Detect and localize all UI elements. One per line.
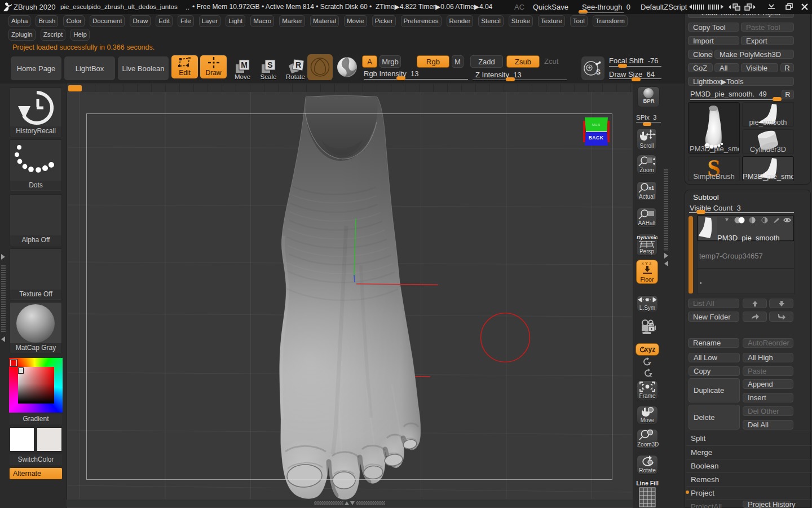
svg-text:BPR: BPR — [643, 98, 654, 104]
svg-text:M: M — [241, 60, 248, 69]
svg-text:BACK: BACK — [589, 135, 604, 141]
svg-text:Y: Y — [648, 361, 651, 366]
svg-text:R: R — [295, 60, 301, 69]
svg-text:MU.5: MU.5 — [592, 123, 601, 126]
svg-text:S: S — [596, 68, 601, 76]
svg-text:Z: Z — [649, 372, 652, 378]
svg-text:S: S — [267, 60, 272, 69]
svg-text:x1: x1 — [648, 185, 654, 191]
